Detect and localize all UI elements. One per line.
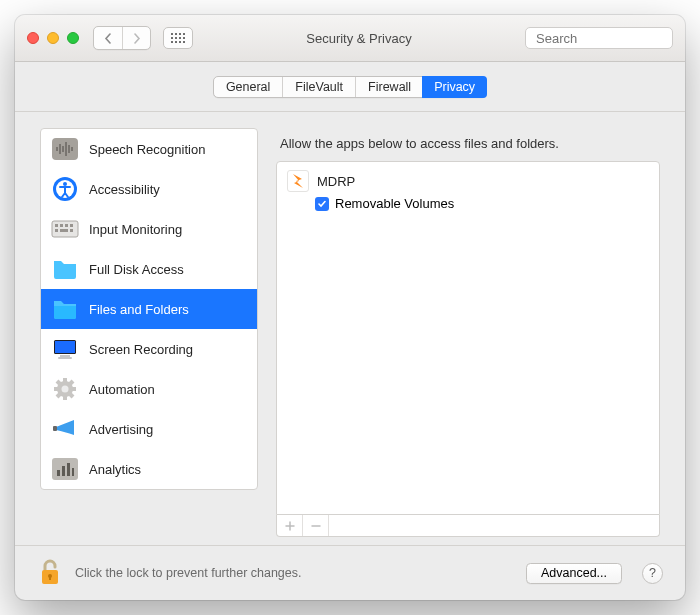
svg-rect-8 <box>171 41 173 43</box>
app-name: MDRP <box>317 174 355 189</box>
sidebar-item-label: Automation <box>89 382 155 397</box>
disk-icon <box>51 255 79 283</box>
svg-point-23 <box>63 182 67 186</box>
svg-rect-11 <box>183 41 185 43</box>
svg-rect-5 <box>175 37 177 39</box>
app-icon <box>287 170 309 192</box>
forward-button[interactable] <box>122 27 150 49</box>
display-icon <box>51 335 79 363</box>
sidebar-item-label: Input Monitoring <box>89 222 182 237</box>
details-description: Allow the apps below to access files and… <box>276 128 660 161</box>
svg-rect-45 <box>62 466 65 476</box>
permission-row[interactable]: Removable Volumes <box>287 196 649 211</box>
sidebar-item-label: Files and Folders <box>89 302 189 317</box>
svg-rect-4 <box>171 37 173 39</box>
svg-rect-2 <box>179 33 181 35</box>
grid-icon <box>171 33 185 43</box>
privacy-sidebar: Speech Recognition Accessibility Input M… <box>40 128 258 490</box>
svg-rect-0 <box>171 33 173 35</box>
tab-filevault[interactable]: FileVault <box>282 77 355 97</box>
svg-rect-31 <box>70 229 73 232</box>
keyboard-icon <box>51 215 79 243</box>
app-list: MDRP Removable Volumes <box>276 161 660 515</box>
svg-rect-44 <box>57 470 60 476</box>
svg-rect-14 <box>52 138 78 160</box>
permission-checkbox[interactable] <box>315 197 329 211</box>
folder-icon <box>51 295 79 323</box>
megaphone-icon <box>51 415 79 443</box>
svg-rect-51 <box>49 576 51 580</box>
sidebar-item-automation[interactable]: Automation <box>41 369 257 409</box>
sidebar-item-accessibility[interactable]: Accessibility <box>41 169 257 209</box>
svg-rect-9 <box>175 41 177 43</box>
accessibility-icon <box>51 175 79 203</box>
svg-rect-3 <box>183 33 185 35</box>
svg-rect-30 <box>60 229 68 232</box>
show-all-button[interactable] <box>163 27 193 49</box>
svg-rect-6 <box>179 37 181 39</box>
lock-message: Click the lock to prevent further change… <box>75 566 514 580</box>
minimize-button[interactable] <box>47 32 59 44</box>
svg-rect-42 <box>53 426 57 431</box>
svg-rect-33 <box>55 341 75 353</box>
sidebar-item-label: Analytics <box>89 462 141 477</box>
svg-point-41 <box>62 386 69 393</box>
window-controls <box>27 32 79 44</box>
sidebar-item-label: Screen Recording <box>89 342 193 357</box>
add-button[interactable] <box>277 515 303 536</box>
sidebar-item-screen-recording[interactable]: Screen Recording <box>41 329 257 369</box>
minus-icon <box>311 521 321 531</box>
tabs: General FileVault Firewall Privacy <box>213 76 487 98</box>
details-pane: Allow the apps below to access files and… <box>276 128 660 537</box>
plus-icon <box>285 521 295 531</box>
sidebar-item-files-and-folders[interactable]: Files and Folders <box>41 289 257 329</box>
titlebar: Security & Privacy <box>15 15 685 62</box>
svg-rect-10 <box>179 41 181 43</box>
maximize-button[interactable] <box>67 32 79 44</box>
sidebar-item-label: Speech Recognition <box>89 142 205 157</box>
svg-rect-7 <box>183 37 185 39</box>
tab-firewall[interactable]: Firewall <box>355 77 423 97</box>
sidebar-item-speech-recognition[interactable]: Speech Recognition <box>41 129 257 169</box>
permission-label: Removable Volumes <box>335 196 454 211</box>
main-content: Speech Recognition Accessibility Input M… <box>15 112 685 545</box>
window-title: Security & Privacy <box>201 31 517 46</box>
sidebar-item-input-monitoring[interactable]: Input Monitoring <box>41 209 257 249</box>
sidebar-item-label: Accessibility <box>89 182 160 197</box>
waveform-icon <box>51 135 79 163</box>
svg-rect-47 <box>72 468 74 476</box>
svg-rect-29 <box>55 229 58 232</box>
sidebar-item-label: Full Disk Access <box>89 262 184 277</box>
svg-rect-25 <box>55 224 58 227</box>
close-button[interactable] <box>27 32 39 44</box>
search-input[interactable] <box>536 31 685 46</box>
nav-group <box>93 26 151 50</box>
tab-privacy[interactable]: Privacy <box>422 76 487 98</box>
gear-icon <box>51 375 79 403</box>
sidebar-item-analytics[interactable]: Analytics <box>41 449 257 489</box>
svg-rect-1 <box>175 33 177 35</box>
svg-rect-35 <box>58 357 72 359</box>
app-row[interactable]: MDRP <box>287 170 649 192</box>
search-field[interactable] <box>525 27 673 49</box>
help-button[interactable]: ? <box>642 563 663 584</box>
advanced-button[interactable]: Advanced... <box>526 563 622 584</box>
tabs-row: General FileVault Firewall Privacy <box>15 62 685 112</box>
svg-rect-34 <box>60 355 70 357</box>
svg-rect-28 <box>70 224 73 227</box>
sidebar-item-label: Advertising <box>89 422 153 437</box>
barchart-icon <box>51 455 79 483</box>
svg-rect-26 <box>60 224 63 227</box>
svg-rect-27 <box>65 224 68 227</box>
svg-rect-46 <box>67 463 70 476</box>
sidebar-item-full-disk-access[interactable]: Full Disk Access <box>41 249 257 289</box>
add-remove-bar <box>276 515 660 537</box>
back-button[interactable] <box>94 27 122 49</box>
footer: Click the lock to prevent further change… <box>15 545 685 600</box>
sidebar-item-advertising[interactable]: Advertising <box>41 409 257 449</box>
lock-icon[interactable] <box>37 558 63 588</box>
tab-general[interactable]: General <box>214 77 282 97</box>
remove-button[interactable] <box>303 515 329 536</box>
preferences-window: Security & Privacy General FileVault Fir… <box>15 15 685 600</box>
